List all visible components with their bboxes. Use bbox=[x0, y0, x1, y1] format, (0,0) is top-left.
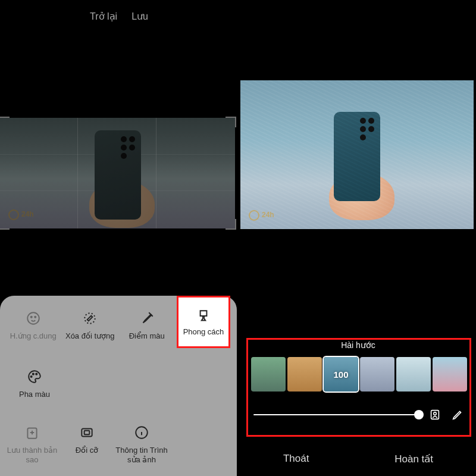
preview-styled: 24h bbox=[240, 80, 474, 229]
crop-handle-tl[interactable] bbox=[0, 117, 10, 127]
portrait-icon[interactable] bbox=[428, 408, 441, 421]
crop-handle-br[interactable] bbox=[226, 219, 236, 230]
svg-point-12 bbox=[434, 412, 437, 415]
style-overlay bbox=[240, 80, 474, 229]
style-thumb[interactable] bbox=[251, 357, 286, 392]
intensity-value: 100 bbox=[324, 357, 358, 392]
style-panel: Hài hước 100 Thoát Hoàn tất bbox=[240, 338, 476, 476]
style-thumb-selected[interactable]: 100 bbox=[324, 357, 358, 392]
crop-handle-tr[interactable] bbox=[226, 117, 236, 127]
style-title: Hài hước bbox=[240, 340, 476, 350]
preview-original[interactable]: 24h bbox=[0, 118, 235, 228]
back-button[interactable]: Trở lại bbox=[90, 11, 117, 22]
style-thumbnails: 100 bbox=[251, 357, 469, 392]
crop-handle-bl[interactable] bbox=[0, 219, 10, 230]
watermark: 24h bbox=[8, 209, 34, 220]
tool-panel: H.ứng c.dung Xóa đối tượng Điểm màu Pha … bbox=[0, 296, 237, 476]
image-phone bbox=[95, 130, 141, 220]
style-thumb[interactable] bbox=[433, 357, 467, 392]
top-bar: Trở lại Lưu bbox=[0, 11, 238, 22]
crop-grid bbox=[0, 154, 235, 190]
watermark: 24h bbox=[249, 210, 274, 221]
style-thumb[interactable] bbox=[396, 357, 431, 392]
style-thumb[interactable] bbox=[360, 357, 394, 392]
exit-button[interactable]: Thoát bbox=[283, 453, 309, 465]
slider-knob[interactable] bbox=[414, 410, 424, 419]
style-thumb[interactable] bbox=[287, 357, 322, 392]
intensity-slider[interactable] bbox=[253, 414, 419, 415]
panel-dimmer bbox=[0, 296, 237, 476]
done-button[interactable]: Hoàn tất bbox=[394, 453, 433, 465]
save-button[interactable]: Lưu bbox=[131, 11, 148, 22]
image-hand bbox=[89, 180, 155, 228]
edit-icon[interactable] bbox=[451, 408, 464, 421]
